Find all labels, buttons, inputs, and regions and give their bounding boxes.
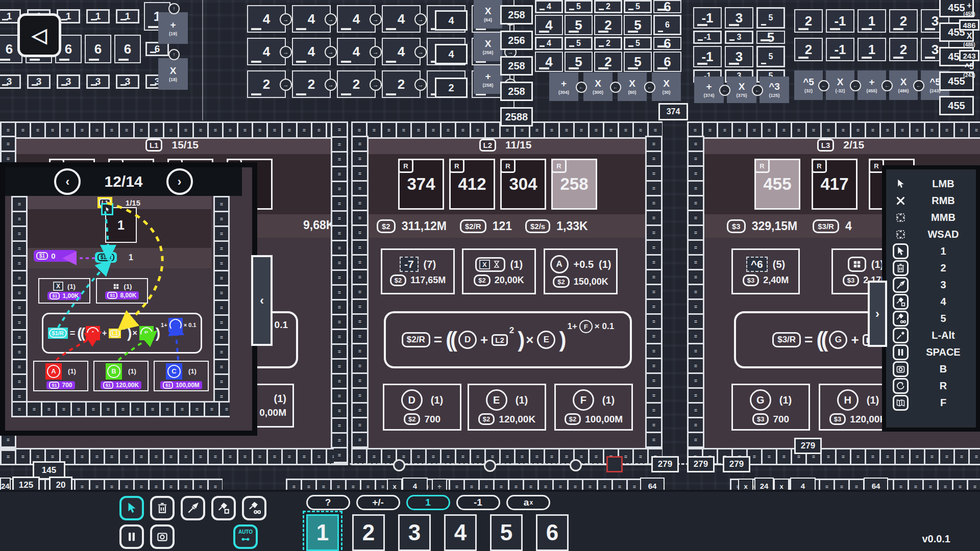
- grid-cell[interactable]: 3: [0, 74, 21, 89]
- grid-cell[interactable]: 2: [594, 52, 622, 72]
- grid-cell[interactable]: 4: [535, 15, 563, 35]
- grid-cell[interactable]: -1: [693, 7, 722, 29]
- next-page-button[interactable]: ›: [166, 168, 193, 195]
- number-slot-button[interactable]: 4: [444, 514, 477, 551]
- legend-expand-tab[interactable]: ›: [868, 281, 887, 347]
- grid-cell[interactable]: 2: [382, 70, 421, 98]
- grid-cell[interactable]: 3: [86, 74, 110, 89]
- back-button[interactable]: ◁: [17, 13, 61, 57]
- item-box[interactable]: D(1) $2700: [383, 384, 461, 431]
- operator-module[interactable]: X(256): [474, 33, 502, 61]
- grid-cell[interactable]: 1: [857, 38, 886, 61]
- grid-cell[interactable]: 4: [247, 38, 286, 65]
- grid-cell[interactable]: 5: [756, 7, 785, 29]
- grid-cell[interactable]: 4: [535, 52, 563, 72]
- grid-cell[interactable]: 2: [337, 70, 376, 98]
- tool-button[interactable]: [211, 496, 236, 520]
- operator-module[interactable]: X(60): [618, 72, 647, 101]
- operator-module[interactable]: ^3(125): [760, 77, 789, 103]
- result-cell[interactable]: R417: [812, 159, 857, 210]
- operator-module[interactable]: X(300): [583, 72, 612, 101]
- auto-link-button[interactable]: AUTO: [233, 524, 258, 549]
- wire-node[interactable]: [570, 459, 582, 471]
- prev-page-button[interactable]: ‹: [54, 168, 81, 195]
- upgrade-box[interactable]: (1) $18,00K: [96, 278, 148, 304]
- grid-cell[interactable]: 5: [565, 15, 593, 35]
- grid-cell[interactable]: 4: [247, 5, 286, 33]
- mode-pill-button[interactable]: 1: [406, 495, 450, 510]
- grid-cell[interactable]: 5: [624, 15, 652, 35]
- grid-cell[interactable]: 3: [27, 74, 51, 89]
- grid-cell[interactable]: 2: [794, 38, 823, 61]
- operator-module[interactable]: +(19): [158, 12, 188, 44]
- result-cell[interactable]: R258: [551, 159, 597, 210]
- number-slot-button[interactable]: 6: [536, 514, 569, 551]
- grid-cell[interactable]: 2: [594, 0, 622, 13]
- wire-node[interactable]: [484, 460, 496, 472]
- grid-cell[interactable]: 3: [57, 74, 80, 89]
- grid-cell[interactable]: 2: [594, 15, 622, 35]
- operator-module[interactable]: X(30): [652, 72, 681, 101]
- upgrade-box[interactable]: A+0.5(1) $2150,00K: [544, 248, 618, 294]
- grid-cell[interactable]: 3: [116, 74, 139, 89]
- mode-pill-button[interactable]: -1: [456, 495, 500, 510]
- grid-cell[interactable]: 1: [86, 9, 110, 23]
- grid-cell[interactable]: 2: [292, 70, 331, 98]
- grid-cell[interactable]: 4: [292, 5, 331, 33]
- upgrade-box[interactable]: ^6(5) $32,40M: [731, 248, 800, 294]
- grid-cell[interactable]: 6: [653, 52, 681, 72]
- grid-cell[interactable]: 5: [624, 52, 652, 72]
- grid-cell[interactable]: 5: [756, 46, 785, 67]
- grid-cell[interactable]: -1: [826, 38, 854, 61]
- grid-cell[interactable]: 3: [725, 46, 753, 67]
- grid-cell[interactable]: 6: [653, 0, 681, 13]
- grid-cell[interactable]: 2: [794, 9, 823, 33]
- grid-cell[interactable]: 6: [85, 35, 111, 63]
- operator-module[interactable]: X(18): [158, 58, 188, 90]
- item-box[interactable]: G(1) $3700: [731, 384, 810, 431]
- upgrade-box[interactable]: X(1) $220,00K: [462, 248, 536, 294]
- grid-cell[interactable]: 2: [594, 37, 622, 50]
- grid-cell[interactable]: 4: [535, 37, 563, 50]
- grid-cell[interactable]: 5: [565, 52, 593, 72]
- mode-pill-button[interactable]: ?: [306, 495, 350, 510]
- grid-cell[interactable]: -1: [693, 31, 722, 44]
- tool-button[interactable]: [150, 496, 175, 520]
- mode-pill-button[interactable]: +/-: [356, 495, 400, 510]
- tool-button[interactable]: [242, 496, 266, 520]
- upgrade-box[interactable]: X(1) $11,00K: [38, 278, 90, 304]
- grid-cell[interactable]: 1: [116, 9, 139, 23]
- grid-cell[interactable]: 2: [889, 9, 918, 33]
- grid-cell[interactable]: 3: [725, 7, 753, 29]
- item-box[interactable]: E(1) $2120,00K: [468, 384, 546, 431]
- grid-cell[interactable]: 2: [889, 38, 918, 61]
- grid-cell[interactable]: 4: [535, 0, 563, 13]
- grid-cell[interactable]: 5: [756, 31, 785, 44]
- grid-cell[interactable]: 6: [653, 37, 681, 50]
- tool-button[interactable]: [119, 496, 144, 520]
- result-cell[interactable]: 1: [105, 207, 137, 243]
- grid-cell[interactable]: 4: [337, 38, 376, 65]
- result-cell[interactable]: R304: [500, 159, 546, 210]
- tool-button[interactable]: [181, 496, 205, 520]
- operator-module[interactable]: X(64): [474, 0, 502, 29]
- grid-cell[interactable]: 1: [857, 9, 886, 33]
- result-cell[interactable]: R455: [754, 159, 800, 210]
- grid-cell[interactable]: 4: [337, 5, 376, 33]
- grid-cell[interactable]: 2: [247, 70, 286, 98]
- operator-module[interactable]: +(258): [474, 65, 502, 94]
- operator-module[interactable]: +(304): [549, 72, 578, 101]
- number-slot-button[interactable]: 3: [398, 514, 431, 551]
- grid-cell[interactable]: 5: [565, 0, 593, 13]
- grid-cell[interactable]: 5: [565, 37, 593, 50]
- result-cell[interactable]: R412: [449, 159, 495, 210]
- grid-cell[interactable]: 4: [382, 5, 421, 33]
- grid-cell[interactable]: 5: [624, 37, 652, 50]
- grid-cell[interactable]: -1: [826, 9, 854, 33]
- grid-cell[interactable]: -1: [693, 46, 722, 67]
- number-slot-button[interactable]: 2: [352, 514, 385, 551]
- grid-cell[interactable]: 4: [292, 38, 331, 65]
- item-box[interactable]: C(1) $1100,00M: [154, 361, 209, 391]
- item-box[interactable]: A(1) $1700: [33, 361, 88, 391]
- grid-cell[interactable]: 3: [725, 31, 753, 44]
